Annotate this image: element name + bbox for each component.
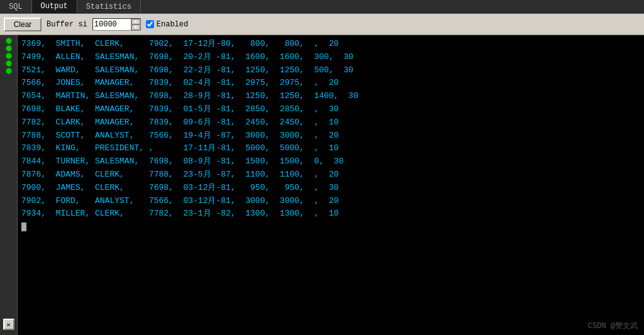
status-dot-5 bbox=[6, 68, 12, 74]
close-panel-button[interactable]: ✕ bbox=[3, 319, 14, 330]
output-line: 7521, WARD, SALESMAN, 7698, 22-2月 -81, 1… bbox=[21, 64, 640, 77]
status-dot-4 bbox=[6, 60, 12, 67]
buffer-size-label: Buffer si bbox=[47, 20, 87, 29]
clear-button[interactable]: Clear bbox=[4, 18, 42, 31]
enabled-label-text: Enabled bbox=[157, 20, 188, 29]
tab-output[interactable]: Output bbox=[32, 0, 77, 13]
tab-statistics[interactable]: Statistics bbox=[77, 0, 141, 13]
output-line: 7698, BLAKE, MANAGER, 7839, 01-5月 -81, 2… bbox=[21, 103, 640, 116]
output-line: 7499, ALLEN, SALESMAN, 7698, 20-2月 -81, … bbox=[21, 51, 640, 64]
output-line: 7566, JONES, MANAGER, 7839, 02-4月 -81, 2… bbox=[21, 77, 640, 90]
status-dot-1 bbox=[6, 38, 12, 44]
output-area[interactable]: 7369, SMITH, CLERK, 7902, 17-12月-80, 800… bbox=[18, 35, 644, 335]
buffer-size-input-wrapper: ▲ ▼ bbox=[92, 18, 141, 31]
output-line: 7654, MARTIN, SALESMAN, 7698, 28-9月 -81,… bbox=[21, 90, 640, 103]
output-line: 7839, KING, PRESIDENT, , 17-11月-81, 5000… bbox=[21, 142, 640, 155]
output-line: 7782, CLARK, MANAGER, 7839, 09-6月 -81, 2… bbox=[21, 116, 640, 129]
buffer-size-input[interactable] bbox=[93, 19, 131, 30]
output-line: 7369, SMITH, CLERK, 7902, 17-12月-80, 800… bbox=[21, 38, 640, 51]
tab-bar: SQL Output Statistics bbox=[0, 0, 644, 14]
toolbar: Clear Buffer si ▲ ▼ Enabled bbox=[0, 14, 644, 35]
cursor-line bbox=[21, 221, 640, 234]
enabled-checkbox[interactable] bbox=[146, 20, 154, 28]
buffer-size-up[interactable]: ▲ bbox=[131, 19, 140, 25]
output-line: 7900, JAMES, CLERK, 7698, 03-12月-81, 950… bbox=[21, 182, 640, 195]
enabled-checkbox-label: Enabled bbox=[146, 20, 188, 29]
status-dot-2 bbox=[6, 45, 12, 52]
output-line: 7844, TURNER, SALESMAN, 7698, 08-9月 -81,… bbox=[21, 155, 640, 168]
output-line: 7902, FORD, ANALYST, 7566, 03-12月-81, 30… bbox=[21, 195, 640, 208]
output-line: 7934, MILLER, CLERK, 7782, 23-1月 -82, 13… bbox=[21, 207, 640, 221]
output-line: 7876, ADAMS, CLERK, 7788, 23-5月 -87, 110… bbox=[21, 168, 640, 182]
watermark: CSDN @赞文武 bbox=[588, 321, 638, 331]
tab-sql[interactable]: SQL bbox=[0, 0, 32, 13]
status-dot-3 bbox=[6, 53, 12, 59]
left-panel: ✕ bbox=[0, 35, 18, 335]
output-line: 7788, SCOTT, ANALYST, 7566, 19-4月 -87, 3… bbox=[21, 129, 640, 143]
buffer-size-down[interactable]: ▼ bbox=[131, 25, 140, 30]
